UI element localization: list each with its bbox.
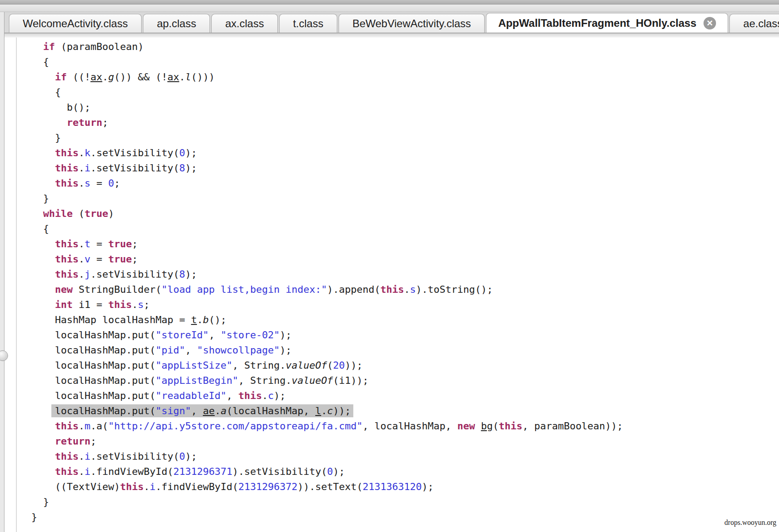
code-line: localHashMap.put("sign", ae.a(localHashM…: [31, 403, 779, 419]
tab-label: WelcomeActivity.class: [23, 17, 128, 30]
code-line: localHashMap.put("appListSize", String.v…: [31, 358, 779, 373]
code-line: b();: [31, 100, 779, 115]
tab-bar-shadow: [4, 33, 779, 37]
code-line: this.t = true;: [31, 237, 779, 252]
tab-label: ap.class: [157, 17, 196, 30]
code-line: this.m.a("http://api.y5store.com/appstor…: [31, 419, 779, 434]
class-reference-link[interactable]: ax: [90, 71, 102, 83]
class-reference-link[interactable]: l: [315, 405, 321, 416]
window-toolbar-strip: [0, 4, 779, 12]
selected-code-line: localHashMap.put("sign", ae.a(localHashM…: [51, 404, 353, 417]
tab-label: BeWebViewActivity.class: [352, 17, 471, 30]
decompiled-code-view[interactable]: if (paramBoolean) { if ((!ax.g()) && (!a…: [31, 39, 779, 525]
watermark: drops.wooyun.org: [725, 519, 776, 527]
code-line: this.i.setVisibility(8);: [31, 161, 779, 176]
class-reference-link[interactable]: ax: [168, 71, 180, 83]
tab-ax-class[interactable]: ax.class: [211, 14, 278, 33]
tab-label: t.class: [293, 17, 323, 30]
window-left-edge: [0, 12, 4, 532]
code-line: localHashMap.put("pid", "showcollpage");: [31, 343, 779, 358]
window-top-strip: [0, 0, 779, 4]
code-line: localHashMap.put("appListBegin", String.…: [31, 373, 779, 388]
code-line: if ((!ax.g()) && (!ax.l())): [31, 70, 779, 85]
code-line: localHashMap.put("readableId", this.c);: [31, 388, 779, 403]
code-line: if (paramBoolean): [31, 39, 779, 54]
code-line: this.i.setVisibility(0);: [31, 449, 779, 464]
tab-bewebviewactivity-class[interactable]: BeWebViewActivity.class: [339, 14, 485, 33]
tab-ap-class[interactable]: ap.class: [143, 14, 210, 33]
code-line: this.j.setVisibility(8);: [31, 267, 779, 282]
tab-close-icon[interactable]: ✕: [704, 17, 716, 29]
split-pane-handle[interactable]: [0, 350, 8, 361]
code-line: }: [31, 130, 779, 145]
tab-t-class[interactable]: t.class: [279, 14, 337, 33]
tab-label: ax.class: [225, 17, 264, 30]
tab-label: ae.class: [743, 17, 779, 30]
code-line: localHashMap.put("storeId", "store-02");: [31, 328, 779, 343]
code-line: new StringBuilder("load app list,begin i…: [31, 282, 779, 297]
code-line: }: [31, 191, 779, 206]
tab-ae-class[interactable]: ae.class: [729, 14, 779, 33]
code-line: ((TextView)this.i.findViewById(213129637…: [31, 479, 779, 495]
code-line: this.k.setVisibility(0);: [31, 145, 779, 161]
class-reference-link[interactable]: bg: [481, 420, 493, 432]
tab-bar: WelcomeActivity.classap.classax.classt.c…: [4, 12, 779, 33]
code-line: }: [31, 510, 779, 525]
tab-appwalltabitemfragment_honly-class[interactable]: AppWallTabItemFragment_HOnly.class✕: [486, 13, 728, 33]
code-line: int i1 = this.s;: [31, 297, 779, 312]
code-line: return;: [31, 434, 779, 449]
code-line: this.s = 0;: [31, 176, 779, 191]
code-line: {: [31, 54, 779, 70]
tab-welcomeactivity-class[interactable]: WelcomeActivity.class: [9, 14, 142, 33]
code-line: this.v = true;: [31, 252, 779, 267]
pane-divider-line: [16, 37, 17, 532]
code-line: while (true): [31, 206, 779, 221]
code-line: HashMap localHashMap = t.b();: [31, 312, 779, 328]
code-line: }: [31, 495, 779, 510]
class-reference-link[interactable]: t: [191, 314, 197, 325]
code-line: {: [31, 85, 779, 100]
tab-label: AppWallTabItemFragment_HOnly.class: [498, 17, 696, 29]
code-line: this.i.findViewById(2131296371).setVisib…: [31, 464, 779, 479]
class-reference-link[interactable]: ae: [203, 405, 215, 416]
code-line: {: [31, 221, 779, 237]
code-line: return;: [31, 115, 779, 130]
